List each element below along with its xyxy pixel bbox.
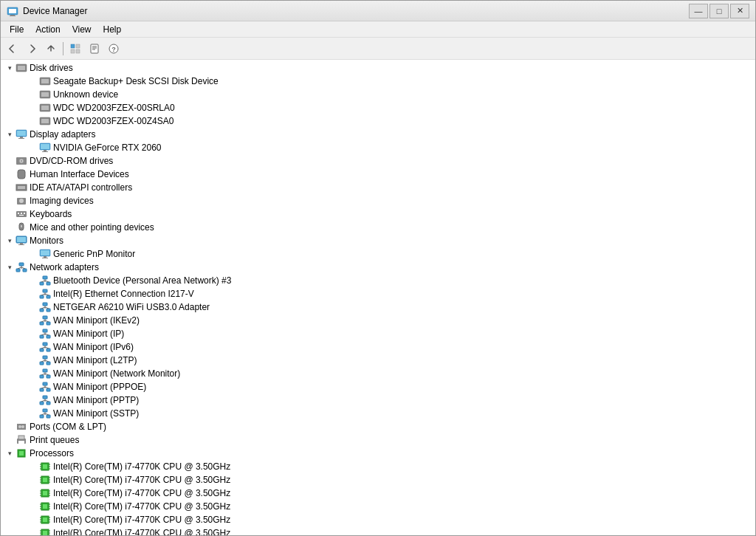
expand-button[interactable] (4, 168, 16, 180)
category-icon (16, 62, 27, 74)
expand-button[interactable] (4, 221, 16, 233)
category-item[interactable]: DVD/CD-ROM drives (1, 154, 755, 168)
category-icon (16, 208, 27, 220)
device-item[interactable]: Intel(R) Core(TM) i7-4770K CPU @ 3.50GHz (1, 487, 755, 500)
maximize-button[interactable]: □ (709, 4, 729, 18)
device-label: Intel(R) Core(TM) i7-4770K CPU @ 3.50GHz (53, 487, 230, 500)
svg-rect-160 (43, 504, 47, 509)
device-item[interactable]: WAN Miniport (IPv6) (1, 340, 755, 354)
svg-rect-81 (47, 322, 50, 325)
svg-rect-87 (47, 335, 50, 338)
device-item[interactable]: WAN Miniport (IP) (1, 327, 755, 340)
category-item[interactable]: ▾Processors (1, 447, 755, 460)
svg-rect-26 (20, 137, 23, 138)
expand-button[interactable]: ▾ (4, 261, 16, 273)
child-expand-button (27, 142, 39, 154)
help-button[interactable]: ? (105, 41, 123, 57)
child-expand-button (27, 115, 39, 127)
device-item[interactable]: WAN Miniport (Network Monitor) (1, 367, 755, 380)
close-button[interactable]: ✕ (730, 4, 749, 18)
device-icon (39, 115, 51, 127)
category-item[interactable]: ▾Display adapters (1, 128, 755, 141)
category-item[interactable]: ▾Monitors (1, 234, 755, 247)
show-hidden-button[interactable] (66, 41, 84, 57)
back-button[interactable] (4, 41, 21, 57)
svg-rect-85 (43, 329, 47, 332)
category-label: Network adapters (30, 261, 99, 274)
tree-view[interactable]: ▾Disk drivesSeagate Backup+ Desk SCSI Di… (1, 60, 755, 535)
svg-rect-131 (18, 436, 24, 439)
svg-rect-176 (43, 531, 47, 535)
category-item[interactable]: Ports (COM & LPT) (1, 420, 755, 433)
svg-rect-144 (43, 478, 47, 482)
menu-view[interactable]: View (66, 23, 97, 36)
svg-point-39 (19, 199, 24, 203)
category-item[interactable]: Human Interface Devices (1, 168, 755, 181)
device-item[interactable]: Intel(R) Core(TM) i7-4770K CPU @ 3.50GHz (1, 460, 755, 473)
expand-button[interactable]: ▾ (4, 128, 16, 140)
expand-button[interactable]: ▾ (4, 62, 16, 74)
device-item[interactable]: NVIDIA GeForce RTX 2060 (1, 141, 755, 154)
child-expand-button (27, 527, 39, 535)
expand-button[interactable] (4, 434, 16, 446)
device-item[interactable]: Unknown device (1, 88, 755, 101)
device-item[interactable]: Intel(R) Ethernet Connection I217-V (1, 287, 755, 300)
device-item[interactable]: NETGEAR A6210 WiFi USB3.0 Adapter (1, 300, 755, 314)
expand-button[interactable] (4, 421, 16, 433)
up-button[interactable] (42, 41, 60, 57)
child-expand-button (27, 315, 39, 326)
child-expand-button (27, 514, 39, 526)
svg-rect-31 (42, 151, 48, 152)
device-item[interactable]: Seagate Backup+ Desk SCSI Disk Device (1, 75, 755, 88)
expand-button[interactable]: ▾ (4, 447, 16, 459)
expand-button[interactable] (4, 208, 16, 220)
device-icon (39, 394, 51, 406)
svg-rect-8 (91, 44, 98, 53)
device-item[interactable]: WAN Miniport (IKEv2) (1, 314, 755, 327)
device-item[interactable]: Intel(R) Core(TM) i7-4770K CPU @ 3.50GHz (1, 500, 755, 513)
device-item[interactable]: WAN Miniport (PPTP) (1, 394, 755, 407)
expand-button[interactable] (4, 155, 16, 167)
category-item[interactable]: Mice and other pointing devices (1, 221, 755, 234)
device-item[interactable]: WDC WD2003FZEX-00SRLA0 (1, 101, 755, 114)
device-item[interactable]: Bluetooth Device (Personal Area Network)… (1, 274, 755, 287)
device-icon (39, 487, 51, 499)
device-item[interactable]: WAN Miniport (SSTP) (1, 407, 755, 420)
category-item[interactable]: Keyboards (1, 207, 755, 221)
category-item[interactable]: IDE ATA/ATAPI controllers (1, 181, 755, 194)
device-icon (39, 89, 51, 100)
menu-help[interactable]: Help (97, 23, 128, 36)
forward-button[interactable] (23, 41, 41, 57)
device-icon (39, 315, 51, 326)
device-item[interactable]: Intel(R) Core(TM) i7-4770K CPU @ 3.50GHz (1, 526, 755, 535)
device-icon (39, 142, 51, 154)
properties-button[interactable] (86, 41, 103, 57)
category-item[interactable]: Print queues (1, 433, 755, 447)
child-expand-button (27, 89, 39, 100)
category-item[interactable]: Imaging devices (1, 194, 755, 207)
category-label: Mice and other pointing devices (30, 221, 154, 234)
category-item[interactable]: ▾Disk drives (1, 61, 755, 75)
svg-rect-103 (43, 369, 47, 372)
expand-button[interactable] (4, 195, 16, 207)
device-item[interactable]: WAN Miniport (PPPOE) (1, 380, 755, 394)
svg-rect-50 (18, 244, 24, 245)
menu-action[interactable]: Action (30, 23, 66, 36)
device-item[interactable]: Intel(R) Core(TM) i7-4770K CPU @ 3.50GHz (1, 473, 755, 487)
device-item[interactable]: Intel(R) Core(TM) i7-4770K CPU @ 3.50GHz (1, 513, 755, 526)
minimize-button[interactable]: — (689, 4, 708, 18)
device-item[interactable]: Generic PnP Monitor (1, 247, 755, 261)
expand-button[interactable] (4, 182, 16, 193)
svg-rect-35 (18, 170, 25, 179)
device-label: Generic PnP Monitor (53, 247, 135, 261)
category-item[interactable]: ▾Network adapters (1, 261, 755, 274)
category-icon (16, 128, 27, 140)
expand-button[interactable]: ▾ (4, 235, 16, 247)
svg-rect-104 (40, 375, 44, 378)
category-icon (16, 421, 27, 433)
device-icon (39, 301, 51, 313)
device-item[interactable]: WDC WD2003FZEX-00Z4SA0 (1, 114, 755, 128)
device-item[interactable]: WAN Miniport (L2TP) (1, 354, 755, 367)
svg-rect-19 (41, 92, 49, 97)
menu-file[interactable]: File (4, 23, 30, 36)
